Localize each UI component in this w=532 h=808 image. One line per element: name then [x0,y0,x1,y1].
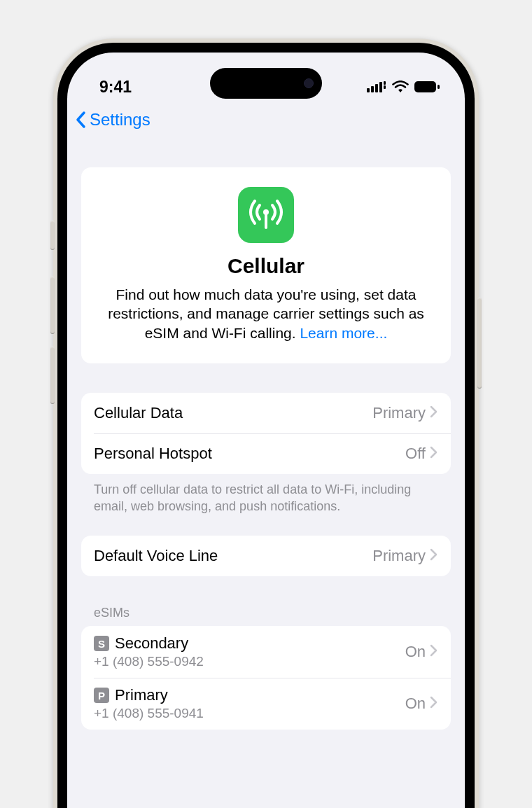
default-voice-line-row[interactable]: Default Voice Line Primary [81,536,451,576]
status-icons [367,81,440,93]
sim-badge-icon: S [94,636,109,651]
cellular-signal-icon [367,81,386,92]
row-value: On [405,695,426,713]
row-value: On [405,643,426,661]
svg-rect-4 [384,81,386,85]
cellular-app-icon [238,187,294,243]
svg-rect-1 [371,86,374,92]
row-label: Personal Hotspot [94,445,405,463]
esim-section-header: eSIMs [81,576,451,626]
row-value: Primary [372,547,426,565]
voice-line-group: Default Voice Line Primary [81,536,451,576]
sim-name: Secondary [115,634,188,653]
svg-rect-5 [384,85,386,89]
row-label: Default Voice Line [94,547,372,565]
hero-description: Find out how much data you're using, set… [97,285,435,342]
back-button[interactable]: Settings [74,110,150,130]
chevron-right-icon [430,445,438,463]
back-label: Settings [90,110,150,130]
row-label: Cellular Data [94,404,372,422]
volume-down-button [50,347,55,404]
esim-primary-row[interactable]: P Primary +1 (408) 555-0941 On [81,678,451,730]
volume-up-button [50,277,55,334]
chevron-right-icon [430,695,438,713]
learn-more-link[interactable]: Learn more... [300,325,387,341]
row-value: Off [405,445,426,463]
esim-secondary-row[interactable]: S Secondary +1 (408) 555-0942 On [81,626,451,678]
chevron-right-icon [430,643,438,661]
row-value: Primary [372,404,426,422]
svg-rect-0 [367,88,370,92]
antenna-icon [246,195,286,235]
power-button [477,298,482,389]
chevron-left-icon [74,110,88,130]
dynamic-island [210,68,322,99]
personal-hotspot-row[interactable]: Personal Hotspot Off [81,433,451,474]
esim-group: S Secondary +1 (408) 555-0942 On [81,626,451,730]
svg-rect-3 [379,82,382,92]
svg-rect-6 [414,81,436,92]
content: Cellular Find out how much data you're u… [67,167,465,730]
chevron-right-icon [430,547,438,565]
status-time: 9:41 [99,78,132,97]
svg-rect-7 [438,85,440,89]
hero-card: Cellular Find out how much data you're u… [81,167,451,363]
screen: 9:41 [67,53,465,808]
cellular-data-group: Cellular Data Primary Personal Hotspot O… [81,393,451,474]
wifi-icon [392,81,409,93]
svg-rect-2 [375,84,378,92]
group-footer-note: Turn off cellular data to restrict all d… [81,474,451,515]
sim-number: +1 (408) 555-0941 [94,706,405,721]
sim-name: Primary [115,686,168,704]
nav-bar: Settings [67,103,465,137]
sim-badge-icon: P [94,688,109,703]
battery-icon [414,81,440,92]
phone-bezel: 9:41 [57,43,475,808]
cellular-data-row[interactable]: Cellular Data Primary [81,393,451,433]
chevron-right-icon [430,404,438,422]
silence-switch [50,221,55,250]
hero-title: Cellular [97,254,435,278]
phone-frame: 9:41 [53,39,479,808]
sim-number: +1 (408) 555-0942 [94,654,405,669]
